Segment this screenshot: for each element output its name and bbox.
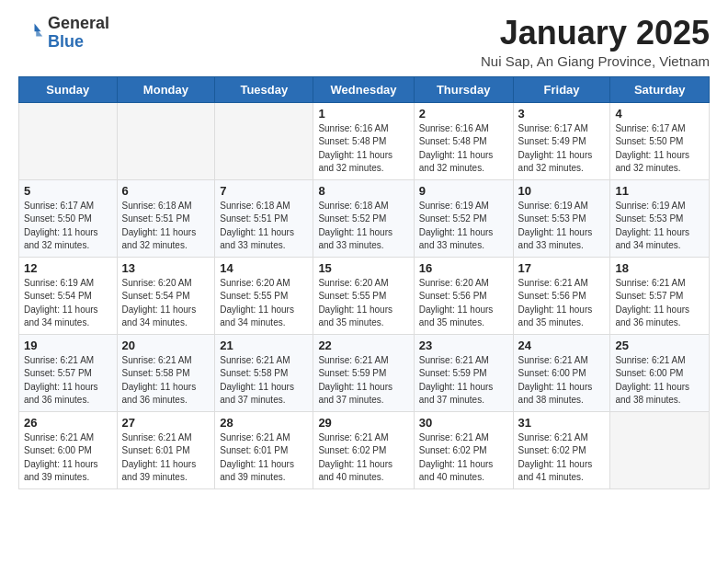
table-row: 3Sunrise: 6:17 AM Sunset: 5:49 PM Daylig… — [513, 102, 610, 179]
location: Nui Sap, An Giang Province, Vietnam — [481, 53, 710, 69]
day-number: 15 — [318, 261, 408, 275]
day-number: 25 — [615, 339, 704, 352]
day-info: Sunrise: 6:19 AM Sunset: 5:54 PM Dayligh… — [24, 277, 112, 330]
day-number: 13 — [122, 261, 210, 275]
day-number: 16 — [419, 261, 508, 275]
col-tuesday: Tuesday — [215, 76, 313, 102]
day-info: Sunrise: 6:17 AM Sunset: 5:50 PM Dayligh… — [615, 122, 704, 176]
table-row: 18Sunrise: 6:21 AM Sunset: 5:57 PM Dayli… — [610, 257, 710, 334]
calendar-week-row: 1Sunrise: 6:16 AM Sunset: 5:48 PM Daylig… — [19, 102, 710, 179]
table-row: 26Sunrise: 6:21 AM Sunset: 6:00 PM Dayli… — [19, 411, 118, 488]
table-row: 13Sunrise: 6:20 AM Sunset: 5:54 PM Dayli… — [117, 257, 215, 334]
day-info: Sunrise: 6:19 AM Sunset: 5:52 PM Dayligh… — [419, 200, 508, 253]
table-row: 29Sunrise: 6:21 AM Sunset: 6:02 PM Dayli… — [313, 411, 414, 488]
table-row: 1Sunrise: 6:16 AM Sunset: 5:48 PM Daylig… — [313, 102, 414, 179]
day-number: 17 — [518, 261, 606, 275]
day-number: 7 — [220, 184, 308, 198]
table-row: 10Sunrise: 6:19 AM Sunset: 5:53 PM Dayli… — [513, 179, 610, 257]
day-number: 23 — [419, 339, 508, 352]
table-row: 17Sunrise: 6:21 AM Sunset: 5:56 PM Dayli… — [513, 257, 610, 334]
day-number: 5 — [24, 184, 112, 198]
month-title: January 2025 — [481, 15, 710, 52]
day-number: 19 — [24, 339, 112, 352]
day-number: 27 — [122, 416, 210, 430]
table-row: 5Sunrise: 6:17 AM Sunset: 5:50 PM Daylig… — [19, 179, 118, 257]
table-row: 8Sunrise: 6:18 AM Sunset: 5:52 PM Daylig… — [313, 179, 414, 257]
table-row: 15Sunrise: 6:20 AM Sunset: 5:55 PM Dayli… — [313, 257, 414, 334]
table-row: 16Sunrise: 6:20 AM Sunset: 5:56 PM Dayli… — [414, 257, 513, 334]
day-number: 20 — [122, 339, 210, 352]
page: General Blue January 2025 Nui Sap, An Gi… — [0, 0, 728, 504]
day-info: Sunrise: 6:16 AM Sunset: 5:48 PM Dayligh… — [419, 122, 508, 176]
day-number: 6 — [122, 184, 210, 198]
calendar-week-row: 19Sunrise: 6:21 AM Sunset: 5:57 PM Dayli… — [19, 334, 710, 411]
day-info: Sunrise: 6:21 AM Sunset: 5:57 PM Dayligh… — [615, 277, 704, 330]
day-info: Sunrise: 6:17 AM Sunset: 5:50 PM Dayligh… — [24, 200, 112, 253]
day-info: Sunrise: 6:20 AM Sunset: 5:55 PM Dayligh… — [318, 277, 408, 330]
day-info: Sunrise: 6:20 AM Sunset: 5:55 PM Dayligh… — [220, 277, 308, 330]
day-number: 24 — [518, 339, 606, 352]
logo-icon — [18, 20, 44, 46]
table-row: 6Sunrise: 6:18 AM Sunset: 5:51 PM Daylig… — [117, 179, 215, 257]
day-info: Sunrise: 6:21 AM Sunset: 6:01 PM Dayligh… — [122, 431, 210, 485]
day-info: Sunrise: 6:17 AM Sunset: 5:49 PM Dayligh… — [518, 122, 606, 176]
day-info: Sunrise: 6:21 AM Sunset: 6:00 PM Dayligh… — [615, 354, 704, 408]
header: General Blue January 2025 Nui Sap, An Gi… — [18, 15, 710, 69]
day-number: 9 — [419, 184, 508, 198]
calendar-week-row: 12Sunrise: 6:19 AM Sunset: 5:54 PM Dayli… — [19, 257, 710, 334]
table-row: 21Sunrise: 6:21 AM Sunset: 5:58 PM Dayli… — [215, 334, 313, 411]
col-friday: Friday — [513, 76, 610, 102]
col-wednesday: Wednesday — [313, 76, 414, 102]
table-row: 2Sunrise: 6:16 AM Sunset: 5:48 PM Daylig… — [414, 102, 513, 179]
table-row: 12Sunrise: 6:19 AM Sunset: 5:54 PM Dayli… — [19, 257, 118, 334]
day-info: Sunrise: 6:21 AM Sunset: 5:57 PM Dayligh… — [24, 354, 112, 408]
day-info: Sunrise: 6:20 AM Sunset: 5:56 PM Dayligh… — [419, 277, 508, 330]
day-number: 3 — [518, 107, 606, 121]
logo-blue-text: Blue — [48, 32, 84, 51]
day-number: 10 — [518, 184, 606, 198]
table-row: 19Sunrise: 6:21 AM Sunset: 5:57 PM Dayli… — [19, 334, 118, 411]
day-number: 4 — [615, 107, 704, 121]
day-info: Sunrise: 6:18 AM Sunset: 5:51 PM Dayligh… — [122, 200, 210, 253]
col-monday: Monday — [117, 76, 215, 102]
day-number: 8 — [318, 184, 408, 198]
table-row: 9Sunrise: 6:19 AM Sunset: 5:52 PM Daylig… — [414, 179, 513, 257]
day-number: 12 — [24, 261, 112, 275]
day-info: Sunrise: 6:16 AM Sunset: 5:48 PM Dayligh… — [318, 122, 408, 176]
table-row: 22Sunrise: 6:21 AM Sunset: 5:59 PM Dayli… — [313, 334, 414, 411]
table-row: 7Sunrise: 6:18 AM Sunset: 5:51 PM Daylig… — [215, 179, 313, 257]
day-number: 1 — [318, 107, 408, 121]
day-info: Sunrise: 6:18 AM Sunset: 5:52 PM Dayligh… — [318, 200, 408, 253]
day-number: 11 — [615, 184, 704, 198]
day-number: 21 — [220, 339, 308, 352]
table-row: 20Sunrise: 6:21 AM Sunset: 5:58 PM Dayli… — [117, 334, 215, 411]
table-row: 30Sunrise: 6:21 AM Sunset: 6:02 PM Dayli… — [414, 411, 513, 488]
day-info: Sunrise: 6:21 AM Sunset: 5:59 PM Dayligh… — [318, 354, 408, 408]
day-info: Sunrise: 6:21 AM Sunset: 6:00 PM Dayligh… — [518, 354, 606, 408]
table-row — [19, 102, 118, 179]
col-sunday: Sunday — [19, 76, 118, 102]
day-info: Sunrise: 6:20 AM Sunset: 5:54 PM Dayligh… — [122, 277, 210, 330]
table-row: 4Sunrise: 6:17 AM Sunset: 5:50 PM Daylig… — [610, 102, 710, 179]
day-info: Sunrise: 6:19 AM Sunset: 5:53 PM Dayligh… — [518, 200, 606, 253]
calendar-week-row: 5Sunrise: 6:17 AM Sunset: 5:50 PM Daylig… — [19, 179, 710, 257]
table-row: 31Sunrise: 6:21 AM Sunset: 6:02 PM Dayli… — [513, 411, 610, 488]
day-number: 14 — [220, 261, 308, 275]
day-number: 29 — [318, 416, 408, 430]
table-row: 24Sunrise: 6:21 AM Sunset: 6:00 PM Dayli… — [513, 334, 610, 411]
day-info: Sunrise: 6:21 AM Sunset: 6:00 PM Dayligh… — [24, 431, 112, 485]
day-number: 31 — [518, 416, 606, 430]
col-saturday: Saturday — [610, 76, 710, 102]
table-row: 14Sunrise: 6:20 AM Sunset: 5:55 PM Dayli… — [215, 257, 313, 334]
day-number: 30 — [419, 416, 508, 430]
title-block: January 2025 Nui Sap, An Giang Province,… — [481, 15, 710, 69]
calendar-week-row: 26Sunrise: 6:21 AM Sunset: 6:00 PM Dayli… — [19, 411, 710, 488]
table-row: 25Sunrise: 6:21 AM Sunset: 6:00 PM Dayli… — [610, 334, 710, 411]
day-info: Sunrise: 6:21 AM Sunset: 6:02 PM Dayligh… — [518, 431, 606, 485]
day-info: Sunrise: 6:21 AM Sunset: 6:01 PM Dayligh… — [220, 431, 308, 485]
day-info: Sunrise: 6:21 AM Sunset: 6:02 PM Dayligh… — [318, 431, 408, 485]
table-row: 23Sunrise: 6:21 AM Sunset: 5:59 PM Dayli… — [414, 334, 513, 411]
table-row: 28Sunrise: 6:21 AM Sunset: 6:01 PM Dayli… — [215, 411, 313, 488]
logo-general-text: General — [48, 14, 109, 32]
day-info: Sunrise: 6:21 AM Sunset: 5:58 PM Dayligh… — [122, 354, 210, 408]
